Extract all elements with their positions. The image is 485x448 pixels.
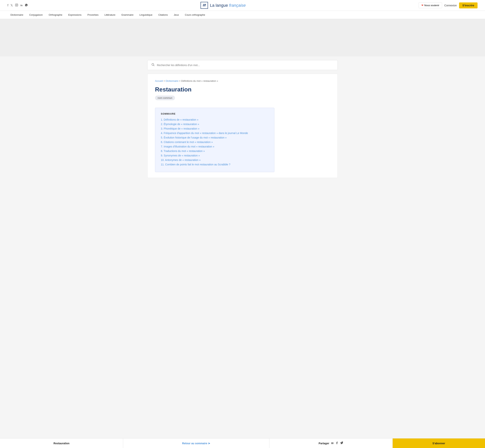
list-item: 6. Citations contenant le mot « restaura… — [161, 141, 269, 144]
nous-soutenir-label: Nous soutenir — [424, 4, 439, 7]
nav-orthographe[interactable]: Orthographe — [46, 11, 65, 19]
svg-rect-0 — [16, 4, 18, 6]
sommaire-box: SOMMAIRE 1. Définitions de « restauratio… — [155, 108, 274, 172]
social-icons: f 𝕏 in — [8, 4, 28, 7]
svg-point-2 — [17, 4, 17, 4]
top-bar: f 𝕏 in llf La langue française ❤ Nous so… — [0, 0, 485, 11]
nav-jeux[interactable]: Jeux — [171, 11, 182, 19]
breadcrumb-home[interactable]: Accueil — [155, 80, 163, 82]
breadcrumb: Accueil > Dictionnaire > Définitions du … — [155, 80, 330, 82]
list-item: 5. Évolution historique de l'usage du mo… — [161, 136, 269, 139]
sommaire-link-1[interactable]: 1. Définitions de « restauration » — [161, 118, 198, 121]
logo-box: llf — [201, 2, 208, 9]
list-item: 10. Antonymes de « restauration » — [161, 159, 269, 161]
nav-dictionnaire[interactable]: Dictionnaire — [8, 11, 26, 19]
page-title: Restauration — [155, 86, 330, 93]
nous-soutenir-button[interactable]: ❤ Nous soutenir — [419, 2, 442, 8]
list-item: 11. Combien de points fait le mot restau… — [161, 163, 269, 166]
nav-bar: Dictionnaire Conjugaison Orthographe Exp… — [0, 11, 485, 19]
nav-expressions[interactable]: Expressions — [65, 11, 85, 19]
content-area: Accueil > Dictionnaire > Définitions du … — [147, 74, 338, 178]
list-item: 8. Traductions du mot « restauration » — [161, 150, 269, 152]
nav-grammaire[interactable]: Grammaire — [118, 11, 137, 19]
main-content: Accueil > Dictionnaire > Définitions du … — [144, 60, 341, 178]
nav-conjugaison[interactable]: Conjugaison — [26, 11, 46, 19]
nav-citations[interactable]: Citations — [155, 11, 171, 19]
word-badge: nom commun — [155, 96, 175, 100]
sommaire-link-2[interactable]: 2. Étymologie de « restauration » — [161, 123, 199, 126]
heart-icon: ❤ — [421, 4, 423, 7]
search-input[interactable] — [157, 64, 334, 67]
top-right: ❤ Nous soutenir Connexion S'inscrire — [419, 2, 477, 8]
list-item: 9. Synonymes de « restauration » — [161, 154, 269, 157]
sommaire-link-7[interactable]: 7. Images d'illustration du mot « restau… — [161, 145, 214, 148]
svg-point-1 — [16, 4, 17, 5]
connexion-button[interactable]: Connexion — [444, 4, 457, 7]
breadcrumb-dict[interactable]: Dictionnaire — [166, 80, 179, 82]
sommaire-link-6[interactable]: 6. Citations contenant le mot « restaura… — [161, 141, 213, 144]
search-container — [147, 60, 338, 70]
linkedin-icon[interactable]: in — [20, 4, 23, 7]
sommaire-list: 1. Définitions de « restauration » 2. Ét… — [161, 118, 269, 166]
list-item: 7. Images d'illustration du mot « restau… — [161, 145, 269, 148]
list-item: 2. Étymologie de « restauration » — [161, 123, 269, 126]
logo-italic: française — [229, 3, 246, 8]
search-icon — [151, 63, 155, 67]
breadcrumb-sep2: > — [179, 80, 181, 82]
svg-point-3 — [152, 64, 154, 65]
sommaire-link-9[interactable]: 9. Synonymes de « restauration » — [161, 154, 200, 157]
logo-text: La langue française — [210, 3, 246, 8]
nav-linguistique[interactable]: Linguistique — [137, 11, 155, 19]
list-item: 3. Phonétique de « restauration » — [161, 127, 269, 130]
nav-cours-orthographe[interactable]: Cours orthographe — [182, 11, 208, 19]
nav-proverbes[interactable]: Proverbes — [85, 11, 102, 19]
sommaire-link-10[interactable]: 10. Antonymes de « restauration » — [161, 159, 201, 161]
twitter-icon[interactable]: 𝕏 — [10, 4, 13, 7]
instagram-icon[interactable] — [15, 4, 18, 7]
logo-area: llf La langue française — [201, 2, 246, 9]
sommaire-title: SOMMAIRE — [161, 112, 269, 115]
sommaire-link-3[interactable]: 3. Phonétique de « restauration » — [161, 127, 199, 130]
sommaire-link-5[interactable]: 5. Évolution historique de l'usage du mo… — [161, 136, 227, 139]
sommaire-link-4[interactable]: 4. Fréquence d'apparition du mot « resta… — [161, 132, 248, 135]
facebook-icon[interactable]: f — [8, 4, 8, 7]
ad-banner — [0, 19, 485, 56]
breadcrumb-sep1: > — [164, 80, 166, 82]
sommaire-link-8[interactable]: 8. Traductions du mot « restauration » — [161, 150, 205, 152]
list-item: 1. Définitions de « restauration » — [161, 118, 269, 121]
svg-line-4 — [154, 65, 154, 66]
whatsapp-icon[interactable] — [25, 4, 28, 7]
sinscrire-button[interactable]: S'inscrire — [459, 2, 477, 8]
list-item: 4. Fréquence d'apparition du mot « resta… — [161, 132, 269, 135]
breadcrumb-current: Définitions du mot « restauration » — [181, 80, 218, 82]
nav-litterature[interactable]: Littérature — [102, 11, 118, 19]
sommaire-link-11[interactable]: 11. Combien de points fait le mot restau… — [161, 163, 230, 166]
